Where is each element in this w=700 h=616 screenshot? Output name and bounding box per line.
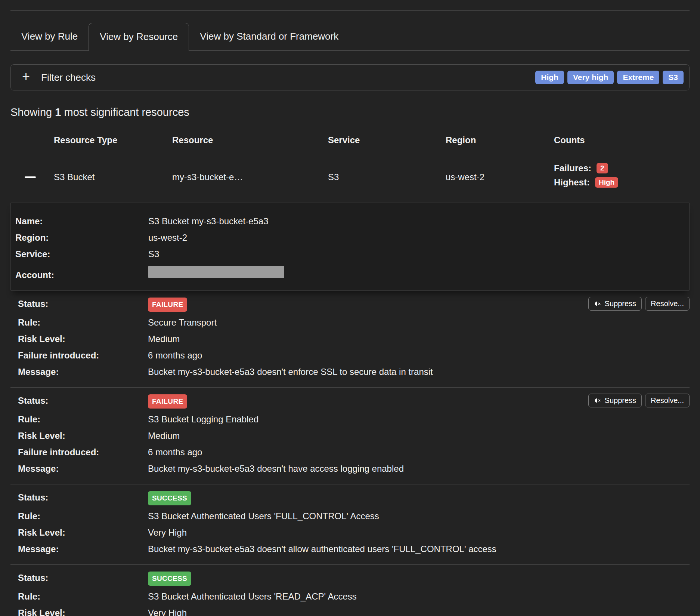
highest-risk-badge: High	[595, 177, 618, 188]
check-section-read-acp: Status: SUCCESS Rule: S3 Bucket Authenti…	[10, 564, 690, 616]
resolve-button-label: Resolve...	[651, 299, 684, 308]
rule-value: S3 Bucket Authenticated Users 'READ_ACP'…	[148, 591, 690, 602]
status-label: Status:	[18, 298, 148, 309]
risk-value: Medium	[148, 430, 690, 441]
col-header-service: Service	[328, 135, 446, 145]
rule-value: S3 Bucket Authenticated Users 'FULL_CONT…	[148, 511, 690, 522]
region-label: Region:	[15, 232, 148, 243]
detail-row-account: Account:	[15, 265, 682, 281]
message-value: Bucket my-s3-bucket-e5a3 doesn't allow a…	[148, 543, 690, 555]
message-value: Bucket my-s3-bucket-e5a3 doesn't enforce…	[148, 366, 690, 378]
check-list: Status: FAILURE Rule: Secure Transport R…	[10, 291, 690, 616]
cell-resource-type: S3 Bucket	[54, 172, 172, 182]
suppress-button-label: Suppress	[605, 396, 636, 405]
status-badge-success: SUCCESS	[148, 491, 191, 505]
mute-icon	[594, 398, 601, 403]
mute-icon	[594, 301, 601, 307]
cell-resource: my-s3-bucket-e…	[172, 172, 328, 182]
failures-count-badge: 2	[597, 163, 608, 173]
results-summary: Showing 1 most significant resources	[10, 106, 690, 118]
failure-introduced-label: Failure introduced:	[18, 447, 148, 458]
failure-introduced-value: 6 months ago	[148, 350, 690, 361]
name-value: S3 Bucket my-s3-bucket-e5a3	[148, 216, 682, 227]
resolve-button-label: Resolve...	[651, 396, 684, 405]
failures-count-line: Failures: 2	[554, 163, 690, 173]
cell-counts: Failures: 2 Highest: High	[554, 163, 690, 191]
rule-row: Rule: S3 Bucket Authenticated Users 'FUL…	[18, 511, 690, 522]
resolve-button[interactable]: Resolve...	[645, 297, 690, 311]
col-header-region: Region	[446, 135, 554, 145]
risk-label: Risk Level:	[18, 333, 148, 345]
risk-row: Risk Level: Very High	[18, 527, 690, 538]
message-row: Message: Bucket my-s3-bucket-e5a3 doesn'…	[18, 543, 690, 555]
summary-count: 1	[55, 106, 61, 118]
risk-row: Risk Level: Medium	[18, 333, 690, 345]
checks-page: View by Rule View by Resource View by St…	[0, 0, 700, 616]
risk-label: Risk Level:	[18, 607, 148, 616]
rule-row: Rule: S3 Bucket Authenticated Users 'REA…	[18, 591, 690, 602]
account-value-redacted	[148, 266, 284, 278]
service-value: S3	[148, 249, 682, 260]
status-row: Status: SUCCESS	[18, 491, 690, 505]
cell-region: us-west-2	[446, 172, 554, 182]
filter-chip-very-high[interactable]: Very high	[567, 71, 614, 84]
account-label: Account:	[15, 270, 148, 281]
row-expander[interactable]	[10, 176, 54, 178]
filter-chip-high[interactable]: High	[535, 71, 564, 84]
risk-label: Risk Level:	[18, 430, 148, 441]
status-label: Status:	[18, 492, 148, 503]
resolve-button[interactable]: Resolve...	[645, 394, 690, 407]
message-row: Message: Bucket my-s3-bucket-e5a3 doesn'…	[18, 463, 690, 474]
detail-row-service: Service: S3	[15, 249, 682, 260]
cell-service: S3	[328, 172, 446, 182]
failures-label: Failures:	[554, 163, 591, 173]
resource-table: Resource Type Resource Service Region Co…	[10, 135, 690, 203]
message-label: Message:	[18, 543, 148, 555]
summary-suffix: most significant resources	[64, 106, 189, 118]
risk-value: Very High	[148, 607, 690, 616]
check-actions: Suppress Resolve...	[588, 394, 690, 407]
rule-row: Rule: S3 Bucket Logging Enabled	[18, 414, 690, 425]
status-row: Status: SUCCESS	[18, 572, 690, 586]
table-row[interactable]: S3 Bucket my-s3-bucket-e… S3 us-west-2 F…	[10, 153, 690, 203]
resource-detail-panel: Name: S3 Bucket my-s3-bucket-e5a3 Region…	[10, 203, 690, 291]
rule-row: Rule: Secure Transport	[18, 317, 690, 328]
check-section-full-control: Status: SUCCESS Rule: S3 Bucket Authenti…	[10, 484, 690, 564]
risk-value: Medium	[148, 333, 690, 345]
tab-view-by-resource[interactable]: View by Resource	[89, 23, 189, 51]
filter-chip-extreme[interactable]: Extreme	[617, 71, 659, 84]
status-badge-failure: FAILURE	[148, 298, 187, 312]
resource-table-header: Resource Type Resource Service Region Co…	[10, 135, 690, 153]
failure-introduced-row: Failure introduced: 6 months ago	[18, 447, 690, 458]
message-label: Message:	[18, 463, 148, 474]
filter-checks-label: Filter checks	[41, 72, 96, 83]
header-spacer	[10, 135, 54, 145]
status-badge-failure: FAILURE	[148, 394, 187, 409]
top-divider	[10, 10, 690, 11]
message-value: Bucket my-s3-bucket-e5a3 doesn't have ac…	[148, 463, 690, 474]
highest-label: Highest:	[554, 177, 590, 188]
failure-introduced-row: Failure introduced: 6 months ago	[18, 350, 690, 361]
tab-view-by-standard[interactable]: View by Standard or Framework	[189, 23, 349, 50]
suppress-button[interactable]: Suppress	[588, 297, 642, 311]
name-label: Name:	[15, 216, 148, 227]
risk-label: Risk Level:	[18, 527, 148, 538]
tab-view-by-rule[interactable]: View by Rule	[10, 23, 89, 50]
plus-icon: +	[22, 70, 30, 83]
rule-label: Rule:	[18, 511, 148, 522]
detail-row-region: Region: us-west-2	[15, 232, 682, 243]
col-header-counts: Counts	[554, 135, 690, 145]
filter-chip-s3[interactable]: S3	[663, 71, 684, 84]
status-label: Status:	[18, 395, 148, 406]
filter-checks-bar[interactable]: + Filter checks High Very high Extreme S…	[10, 64, 690, 90]
rule-label: Rule:	[18, 414, 148, 425]
region-value: us-west-2	[148, 232, 682, 243]
risk-row: Risk Level: Medium	[18, 430, 690, 441]
failure-introduced-label: Failure introduced:	[18, 350, 148, 361]
collapse-icon[interactable]	[25, 176, 36, 178]
suppress-button[interactable]: Suppress	[588, 394, 642, 407]
check-section-secure-transport: Status: FAILURE Rule: Secure Transport R…	[10, 291, 690, 387]
failure-introduced-value: 6 months ago	[148, 447, 690, 458]
risk-value: Very High	[148, 527, 690, 538]
highest-risk-line: Highest: High	[554, 177, 690, 188]
